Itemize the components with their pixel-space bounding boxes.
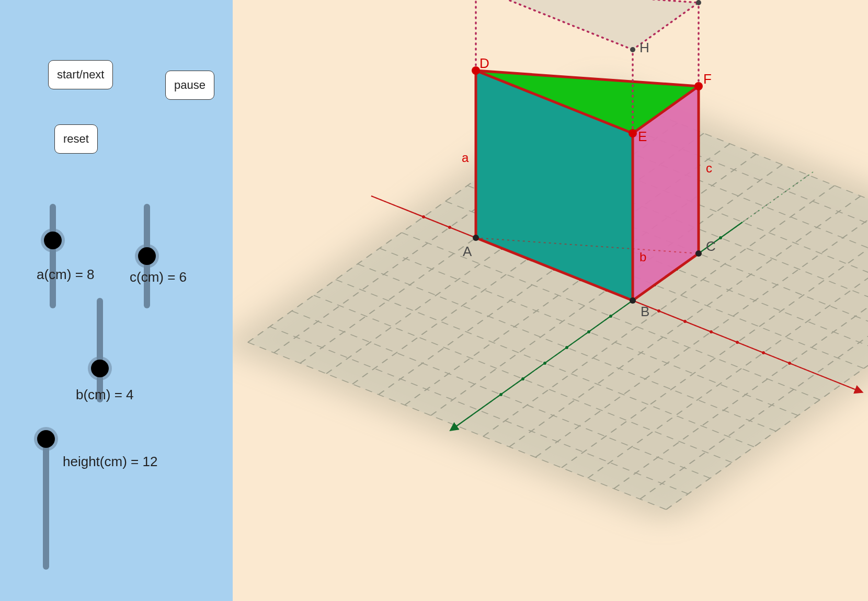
- svg-point-41: [736, 341, 739, 344]
- svg-point-42: [762, 351, 765, 354]
- label-H: H: [639, 40, 649, 55]
- svg-point-98: [629, 129, 637, 137]
- label-F: F: [703, 71, 712, 87]
- slider-height-thumb[interactable]: [37, 430, 55, 448]
- slider-c-label: c(cm) = 6: [130, 269, 187, 285]
- slider-height-label: height(cm) = 12: [63, 454, 157, 470]
- label-A: A: [463, 244, 472, 259]
- svg-point-55: [587, 330, 590, 333]
- slider-a-track[interactable]: [50, 204, 56, 308]
- svg-point-58: [521, 377, 524, 380]
- scene-svg[interactable]: A B C D E F G H I a b c: [233, 0, 868, 601]
- svg-point-39: [683, 320, 687, 323]
- edge-label-a: a: [462, 151, 469, 165]
- start-next-button[interactable]: start/next: [48, 60, 113, 89]
- label-D: D: [479, 55, 489, 71]
- slider-b-label: b(cm) = 4: [76, 387, 134, 403]
- label-E: E: [638, 129, 647, 144]
- edge-label-b: b: [639, 250, 646, 264]
- svg-point-96: [696, 0, 701, 5]
- svg-point-99: [694, 82, 703, 90]
- svg-point-51: [422, 215, 425, 218]
- svg-point-91: [473, 235, 479, 241]
- slider-height-track[interactable]: [43, 434, 49, 570]
- label-G: G: [484, 0, 494, 1]
- scene-canvas[interactable]: A B C D E F G H I a b c: [233, 0, 868, 601]
- svg-point-50: [448, 226, 451, 229]
- svg-point-38: [657, 309, 660, 313]
- slider-a-label: a(cm) = 8: [37, 267, 95, 283]
- svg-point-59: [499, 393, 502, 396]
- sidebar-panel: start/next pause reset a(cm) = 8 c(cm) =…: [0, 0, 233, 601]
- svg-point-63: [719, 236, 722, 239]
- label-C: C: [706, 238, 716, 254]
- app-root: start/next pause reset a(cm) = 8 c(cm) =…: [0, 0, 868, 601]
- slider-a-thumb[interactable]: [44, 232, 62, 249]
- reset-button[interactable]: reset: [54, 124, 98, 154]
- svg-point-97: [472, 66, 480, 75]
- svg-point-93: [695, 250, 702, 257]
- svg-point-40: [710, 330, 713, 333]
- svg-point-54: [609, 315, 612, 318]
- svg-point-57: [543, 362, 546, 365]
- svg-marker-84: [476, 0, 699, 50]
- svg-point-56: [565, 346, 568, 349]
- svg-point-92: [630, 297, 636, 304]
- label-I: I: [703, 0, 707, 1]
- slider-b-thumb[interactable]: [91, 360, 109, 377]
- svg-point-43: [788, 362, 791, 365]
- pause-button[interactable]: pause: [165, 71, 214, 100]
- slider-c-thumb[interactable]: [138, 247, 156, 265]
- label-B: B: [641, 304, 649, 319]
- svg-point-95: [630, 47, 635, 52]
- edge-label-c: c: [706, 161, 712, 175]
